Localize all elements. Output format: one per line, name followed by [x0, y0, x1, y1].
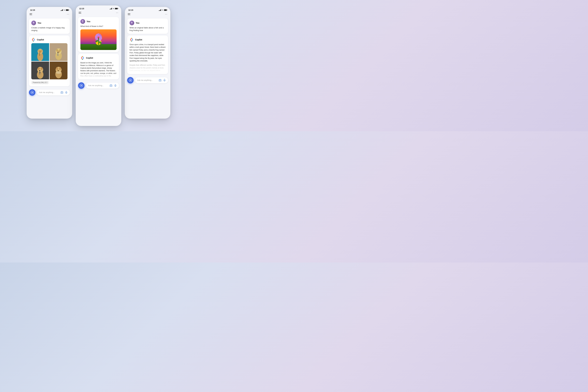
copilot-bubble-right: Copilot Once upon a time, in a tranquil …	[127, 36, 168, 74]
wifi-icon-center: ∿	[113, 8, 114, 10]
nav-bar-right: ···	[125, 12, 170, 17]
copilot-header-left: Copilot	[31, 38, 68, 42]
copilot-name-left: Copilot	[37, 38, 44, 41]
svg-point-36	[56, 72, 61, 74]
chat-area-right: You Write an original fable about a fish…	[125, 17, 170, 76]
battery-icon-center	[115, 8, 118, 10]
add-icon-center	[80, 84, 83, 87]
input-bar-left[interactable]: Ask me anything...	[37, 90, 70, 96]
user-header-center: You	[80, 19, 116, 24]
status-bar-center: 12:15 ∿	[76, 6, 121, 11]
fable-container: Once upon a time, in a tranquil pond nes…	[130, 43, 166, 72]
avatar-right	[130, 20, 134, 25]
user-message-center: What kind of flower is this?	[80, 25, 116, 28]
svg-point-34	[59, 67, 61, 70]
signal-icon-center	[110, 8, 112, 10]
dog-image-1	[31, 43, 49, 61]
user-message-left: Create a realistic image of a happy dog …	[31, 26, 68, 32]
copilot-logo-left	[31, 38, 36, 42]
svg-point-2	[33, 38, 34, 38]
user-name-left: You	[38, 22, 41, 24]
user-name-right: You	[136, 22, 139, 24]
more-options-right[interactable]: ···	[165, 13, 168, 16]
svg-rect-82	[159, 80, 161, 81]
dog-image-3	[31, 62, 49, 79]
copilot-response-center: Based on the image you sent, I think the…	[80, 62, 116, 77]
chat-area-left: You Create a realistic image of a happy …	[26, 17, 72, 88]
camera-icon-left[interactable]	[60, 91, 63, 94]
svg-point-43	[62, 92, 62, 93]
copilot-name-center: Copilot	[86, 57, 93, 59]
camera-icon-right[interactable]	[158, 79, 162, 82]
status-icons-left: ∿	[60, 9, 69, 11]
svg-point-29	[39, 72, 41, 73]
status-icons-right: ∿	[159, 9, 167, 11]
time-right: 12:15	[128, 9, 133, 11]
add-icon-left	[30, 91, 34, 94]
copilot-logo-right	[130, 38, 134, 42]
input-icons-center	[110, 84, 117, 87]
svg-point-28	[39, 70, 40, 71]
copilot-header-right: Copilot	[130, 38, 166, 42]
dog-image-4	[50, 62, 68, 79]
input-icons-left	[60, 91, 68, 94]
input-bar-right[interactable]: Ask me anything...	[135, 77, 168, 83]
more-options-left[interactable]: ···	[67, 13, 69, 16]
phones-container: 12:15 ∿ ···	[0, 0, 197, 131]
user-bubble-center: You What kind of flower is this?	[78, 17, 119, 52]
more-options-center[interactable]: ···	[116, 12, 118, 14]
dog-image-2	[50, 43, 68, 61]
avatar-center	[80, 19, 85, 24]
hamburger-menu-left[interactable]	[30, 14, 32, 15]
nav-bar-left: ···	[26, 12, 72, 17]
flower-svg	[80, 30, 116, 50]
input-placeholder-center: Ask me anything...	[88, 84, 108, 86]
hamburger-menu-right[interactable]	[128, 14, 130, 15]
mic-icon-left[interactable]	[65, 91, 68, 94]
copilot-name-right: Copilot	[135, 38, 142, 41]
svg-point-46	[82, 20, 83, 22]
input-placeholder-left: Ask me anything...	[39, 91, 59, 94]
svg-rect-84	[164, 79, 165, 80]
status-bar-left: 12:15 ∿	[26, 7, 72, 12]
add-button-right[interactable]	[127, 77, 134, 84]
signal-icon-right	[159, 9, 161, 11]
svg-point-4	[34, 39, 35, 40]
time-center: 12:15	[79, 8, 84, 10]
svg-point-69	[110, 85, 112, 86]
wifi-icon-right: ∿	[162, 9, 163, 11]
svg-rect-42	[61, 92, 63, 94]
battery-icon-right	[164, 9, 167, 11]
mic-icon-right[interactable]	[163, 79, 166, 82]
svg-point-5	[32, 39, 33, 40]
svg-point-3	[33, 41, 34, 42]
svg-point-77	[130, 39, 131, 40]
input-bar-center[interactable]: Ask me anything...	[86, 82, 119, 88]
user-name-center: You	[86, 20, 90, 23]
copilot-bubble-left: Copilot	[29, 36, 70, 86]
svg-point-74	[131, 38, 132, 38]
input-placeholder-right: Ask me anything...	[137, 79, 158, 81]
nav-bar-center: ···	[76, 11, 121, 16]
add-button-center[interactable]	[78, 82, 84, 89]
status-icons-center: ∿	[110, 8, 118, 10]
user-header-right: You	[130, 20, 166, 25]
svg-rect-27	[40, 72, 40, 75]
add-button-left[interactable]	[29, 89, 36, 96]
svg-point-61	[82, 59, 83, 60]
wifi-icon-left: ∿	[64, 9, 65, 11]
hamburger-menu-center[interactable]	[79, 12, 81, 14]
flower-image	[80, 30, 116, 50]
mic-icon-center[interactable]	[114, 84, 117, 87]
phone-left: 12:15 ∿ ···	[26, 7, 72, 118]
copilot-logo-center	[80, 56, 84, 60]
chat-area-center: You What kind of flower is this?	[76, 16, 121, 81]
svg-rect-56	[98, 38, 99, 45]
camera-icon-center[interactable]	[110, 84, 112, 87]
user-bubble-left: You Create a realistic image of a happy …	[29, 18, 70, 34]
powered-badge: Powered by DALL·E 3	[31, 81, 49, 84]
phone-center: 12:15 ∿ ···	[76, 6, 121, 126]
phone-right: 12:15 ∿ ···	[125, 7, 170, 118]
time-left: 12:15	[30, 9, 35, 11]
copilot-bubble-center: Copilot Based on the image you sent, I t…	[78, 54, 119, 79]
